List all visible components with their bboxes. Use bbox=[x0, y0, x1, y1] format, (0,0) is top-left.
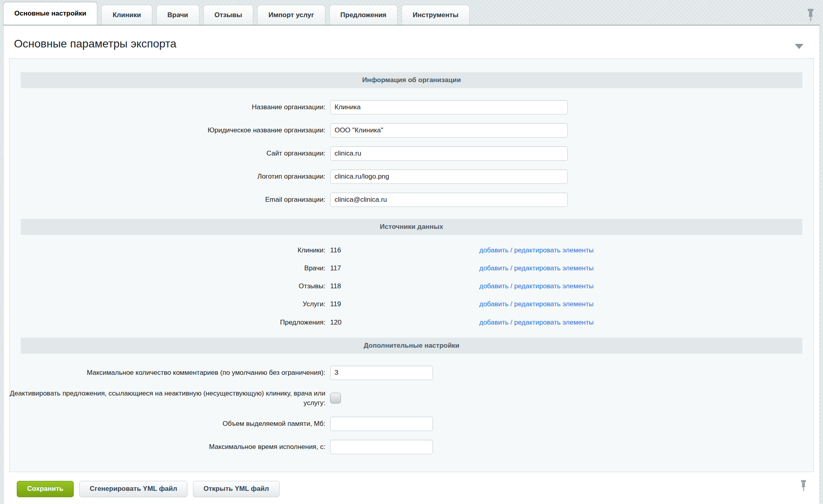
source-row: Предложения: 120 добавить / редактироват… bbox=[10, 318, 813, 327]
field-label: Юридическое название организации: bbox=[10, 126, 330, 135]
section-title-additional: Дополнительные настройки bbox=[21, 338, 802, 354]
field-label: Сайт организации: bbox=[10, 149, 330, 158]
footer-button-bar: Сохранить Сгенерировать YML файл Открыть… bbox=[4, 472, 819, 504]
form-row: Максимальное количество комментариев (по… bbox=[10, 366, 813, 380]
pushpin-icon[interactable] bbox=[807, 8, 814, 26]
open-yml-button[interactable]: Открыть YML файл bbox=[193, 481, 279, 497]
tab-label: Предложения bbox=[341, 11, 387, 19]
tab-doctors[interactable]: Врачи bbox=[156, 5, 199, 25]
tab-label: Основные настройки bbox=[14, 10, 86, 18]
form-row: Сайт организации: bbox=[10, 146, 813, 161]
org-site-input[interactable] bbox=[330, 146, 568, 161]
tab-label: Инструменты bbox=[413, 11, 459, 19]
tab-reviews[interactable]: Отзывы bbox=[203, 5, 254, 25]
tab-label: Отзывы bbox=[215, 11, 242, 19]
source-row: Клиники: 116 добавить / редактировать эл… bbox=[10, 246, 813, 255]
add-edit-elements-link[interactable]: добавить / редактировать элементы bbox=[479, 319, 594, 327]
form-row: Деактивировать предложения, ссылающиеся … bbox=[10, 389, 813, 408]
field-label: Объем выделяемой памяти, Мб: bbox=[10, 419, 330, 429]
memory-limit-input[interactable] bbox=[330, 417, 433, 431]
org-logo-input[interactable] bbox=[330, 169, 568, 184]
source-label: Предложения: bbox=[10, 318, 330, 327]
field-label: Деактивировать предложения, ссылающиеся … bbox=[10, 389, 330, 408]
source-label: Отзывы: bbox=[10, 282, 330, 291]
org-legal-name-input[interactable] bbox=[330, 123, 568, 138]
source-count: 119 bbox=[330, 300, 479, 308]
source-count: 120 bbox=[330, 319, 479, 327]
max-exec-time-input[interactable] bbox=[330, 440, 433, 454]
source-row: Врачи: 117 добавить / редактировать элем… bbox=[10, 264, 813, 273]
tab-clinics[interactable]: Клиники bbox=[101, 5, 152, 25]
form-row: Максимальное время исполнения, с: bbox=[10, 440, 813, 454]
tab-import-services[interactable]: Импорт услуг bbox=[257, 5, 325, 25]
add-edit-elements-link[interactable]: добавить / редактировать элементы bbox=[479, 264, 594, 272]
section-title-data-sources: Источники данных bbox=[21, 219, 802, 235]
export-settings-form: Информация об организации Название орган… bbox=[9, 58, 814, 472]
generate-yml-button[interactable]: Сгенерировать YML файл bbox=[79, 481, 187, 497]
source-label: Клиники: bbox=[10, 246, 330, 255]
org-email-input[interactable] bbox=[330, 193, 568, 207]
tab-main-settings[interactable]: Основные настройки bbox=[3, 2, 97, 25]
deactivate-offers-checkbox[interactable] bbox=[330, 393, 341, 404]
field-label: Максимальное количество комментариев (по… bbox=[10, 368, 330, 378]
tab-label: Врачи bbox=[167, 11, 188, 19]
add-edit-elements-link[interactable]: добавить / редактировать элементы bbox=[479, 282, 594, 290]
form-row: Email организации: bbox=[10, 193, 813, 207]
source-count: 118 bbox=[330, 282, 479, 290]
org-name-input[interactable] bbox=[330, 100, 568, 114]
max-comments-input[interactable] bbox=[330, 366, 433, 380]
form-row: Название организации: bbox=[10, 100, 813, 114]
tab-label: Клиники bbox=[112, 11, 141, 19]
source-label: Услуги: bbox=[10, 299, 330, 309]
source-count: 117 bbox=[330, 264, 479, 272]
settings-card: Основные параметры экспорта Информация о… bbox=[3, 25, 820, 504]
tab-tools[interactable]: Инструменты bbox=[402, 5, 470, 25]
tab-bar: Основные настройки Клиники Врачи Отзывы … bbox=[0, 0, 823, 25]
tab-offers[interactable]: Предложения bbox=[329, 5, 398, 25]
source-count: 116 bbox=[330, 246, 479, 254]
form-row: Юридическое название организации: bbox=[10, 123, 813, 138]
field-label: Email организации: bbox=[10, 195, 330, 205]
page-title: Основные параметры экспорта bbox=[14, 37, 176, 50]
form-row: Объем выделяемой памяти, Мб: bbox=[10, 417, 813, 431]
source-row: Отзывы: 118 добавить / редактировать эле… bbox=[10, 282, 813, 291]
form-row: Логотип организации: bbox=[10, 169, 813, 184]
save-button[interactable]: Сохранить bbox=[17, 481, 74, 497]
field-label: Логотип организации: bbox=[10, 172, 330, 181]
field-label: Максимальное время исполнения, с: bbox=[10, 442, 330, 452]
add-edit-elements-link[interactable]: добавить / редактировать элементы bbox=[479, 300, 594, 308]
add-edit-elements-link[interactable]: добавить / редактировать элементы bbox=[479, 246, 594, 254]
chevron-down-icon[interactable] bbox=[795, 44, 803, 49]
card-title-bar: Основные параметры экспорта bbox=[4, 26, 819, 58]
source-row: Услуги: 119 добавить / редактировать эле… bbox=[10, 299, 813, 309]
pushpin-icon[interactable] bbox=[800, 479, 807, 495]
field-label: Название организации: bbox=[10, 102, 330, 112]
section-title-org-info: Информация об организации bbox=[21, 72, 802, 88]
tab-label: Импорт услуг bbox=[268, 11, 314, 19]
source-label: Врачи: bbox=[10, 264, 330, 273]
